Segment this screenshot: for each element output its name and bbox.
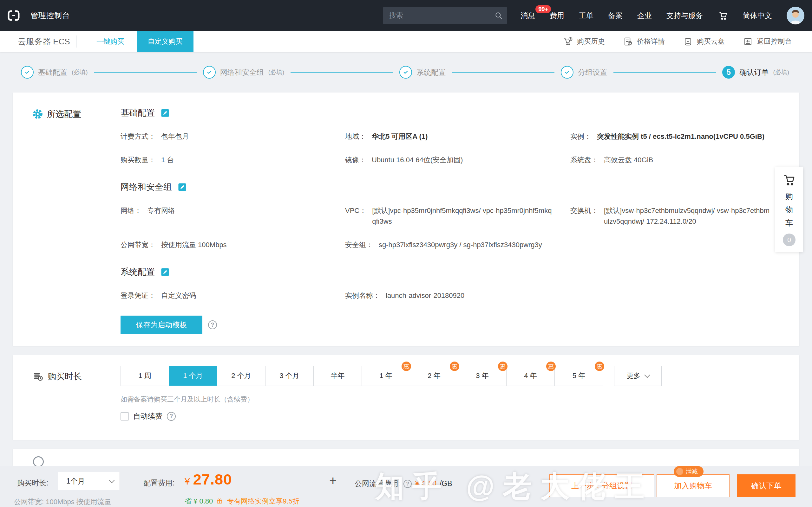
nav-icp-filing[interactable]: 备案	[608, 11, 623, 20]
field-system-disk: 系统盘：高效云盘 40GiB	[570, 155, 785, 165]
nav-support[interactable]: 支持与服务	[666, 11, 703, 20]
step-label: 基础配置	[38, 67, 67, 77]
step-connector	[613, 72, 716, 72]
duration-1-week[interactable]: 1 周	[121, 366, 169, 386]
cart-icon[interactable]	[717, 10, 728, 20]
nav-messages[interactable]: 消息 99+	[520, 11, 535, 20]
traffic-fee-amount: 0.80	[422, 480, 437, 488]
purchase-history-button[interactable]: 购买历史	[554, 35, 614, 49]
purchase-history-icon	[563, 37, 573, 46]
field-value: 华北5 可用区A (1)	[372, 131, 427, 142]
buy-disk-button[interactable]: 购买云盘	[674, 35, 734, 49]
field-label: 交换机：	[570, 205, 598, 216]
step-grouping[interactable]: 分组设置	[561, 66, 607, 78]
field-value: 专有网络	[147, 205, 175, 216]
field-security-group: 安全组：sg-hp37lxfisz3430pwrg3y / sg-hp37lxf…	[345, 239, 570, 250]
step-label: 分组设置	[578, 67, 607, 77]
purchase-history-label: 购买历史	[577, 37, 605, 46]
duration-options: 1 周 1 个月 2 个月 3 个月 半年 1 年惠 2 年惠 3 年惠 4 年…	[120, 366, 603, 386]
field-region: 地域：华北5 可用区A (1)	[345, 131, 570, 142]
save-launch-template-button[interactable]: 保存为启动模板	[120, 316, 202, 334]
step-check-icon	[21, 66, 34, 78]
chevron-down-icon	[109, 477, 114, 483]
duration-2-months[interactable]: 2 个月	[217, 366, 265, 386]
edit-basic-config-icon[interactable]	[160, 108, 170, 118]
duration-note: 如需备案请购买三个月及以上时长（含续费）	[120, 395, 785, 404]
back-to-console-icon	[743, 37, 753, 46]
footer-duration-select[interactable]: 1个月	[58, 472, 120, 490]
duration-3-months[interactable]: 3 个月	[265, 366, 314, 386]
step-confirm-order[interactable]: 5 确认订单 (必填)	[722, 66, 789, 78]
search-divider	[490, 11, 490, 20]
step-label: 系统配置	[416, 67, 446, 77]
field-vpc: VPC：[默认]vpc-hp35mr0jnhf5mkqqfi3ws/ vpc-h…	[345, 205, 570, 227]
back-to-console-button[interactable]: 返回控制台	[734, 35, 801, 49]
duration-1-month[interactable]: 1 个月	[169, 366, 217, 386]
step-basic-config[interactable]: 基础配置 (必填)	[21, 66, 88, 78]
step-connector	[94, 72, 197, 72]
console-title[interactable]: 管理控制台	[31, 10, 70, 20]
search-icon[interactable]	[495, 11, 503, 20]
field-label: 购买数量：	[120, 155, 155, 165]
price-details-label: 价格详情	[637, 37, 665, 46]
add-to-cart-button[interactable]: 加入购物车	[657, 474, 729, 497]
cart-count-badge: 0	[783, 233, 796, 246]
step-system-config[interactable]: 系统配置	[399, 66, 446, 78]
shopping-cart-panel[interactable]: 购物车 0	[775, 167, 803, 252]
step-check-icon	[399, 66, 412, 78]
footer-duration-value: 1个月	[66, 476, 85, 486]
auto-renew-checkbox[interactable]	[120, 412, 129, 420]
previous-step-button[interactable]: 上一步：分组设置	[549, 474, 654, 497]
shopping-cart-icon	[782, 173, 797, 187]
selected-config-header: 所选配置	[32, 108, 81, 120]
search-input[interactable]	[389, 11, 487, 20]
selected-config-card: 所选配置 基础配置 计费方式：包年包月 地域：华北5 可用区A (1) 实例：突…	[13, 93, 799, 346]
field-value: launch-advisor-20180920	[386, 290, 464, 301]
nav-billing[interactable]: 费用	[550, 11, 564, 20]
duration-header: 购买时长	[32, 371, 82, 382]
duration-1-year[interactable]: 1 年惠	[362, 366, 410, 386]
field-value: 突发性能实例 t5 / ecs.t5-lc2m1.nano(1vCPU 0.5G…	[597, 131, 764, 142]
subbar: 云服务器 ECS 一键购买 自定义购买 购买历史 价格详情	[0, 31, 812, 52]
step-suffix: (必填)	[268, 68, 285, 76]
discount-badge: 惠	[595, 361, 604, 371]
confirm-order-button[interactable]: 确认下单	[737, 474, 796, 497]
system-config-title: 系统配置	[120, 266, 155, 278]
config-main: 基础配置 计费方式：包年包月 地域：华北5 可用区A (1) 实例：突发性能实例…	[120, 93, 785, 334]
duration-5-years[interactable]: 5 年惠	[555, 366, 603, 386]
discount-badge: 惠	[402, 361, 411, 371]
step-connector	[452, 72, 554, 72]
edit-system-config-icon[interactable]	[160, 268, 170, 277]
field-quantity: 购买数量：1 台	[120, 155, 345, 165]
edit-network-config-icon[interactable]	[177, 182, 187, 192]
step-network[interactable]: 网络和安全组 (必填)	[203, 66, 285, 78]
tab-custom-buy[interactable]: 自定义购买	[137, 31, 194, 52]
duration-more-dropdown[interactable]: 更多	[614, 366, 662, 386]
field-label: 安全组：	[345, 239, 373, 250]
language-switcher[interactable]: 简体中文	[743, 11, 772, 20]
nav-enterprise[interactable]: 企业	[637, 11, 652, 20]
nav-tickets[interactable]: 工单	[579, 11, 594, 20]
shopping-cart-label: 购物车	[785, 190, 793, 230]
traffic-fee-help-icon[interactable]: ?	[403, 480, 412, 488]
currency-symbol: ¥	[185, 476, 190, 487]
help-icon[interactable]: ?	[208, 320, 217, 329]
chevron-down-icon	[644, 372, 650, 378]
tab-quick-buy[interactable]: 一键购买	[84, 31, 137, 52]
nav-messages-label: 消息	[520, 11, 535, 20]
field-label: VPC：	[345, 205, 366, 216]
footer-bandwidth-note: 公网带宽: 100Mbps 按使用流量	[14, 497, 111, 507]
duration-2-years[interactable]: 2 年惠	[410, 366, 458, 386]
price-details-button[interactable]: 价格详情	[614, 35, 674, 49]
selected-config-label: 所选配置	[47, 108, 81, 120]
footer-duration-label: 购买时长:	[17, 478, 48, 488]
auto-renew-help-icon[interactable]: ?	[167, 412, 176, 421]
gift-icon	[216, 498, 223, 505]
duration-3-years[interactable]: 3 年惠	[458, 366, 507, 386]
duration-half-year[interactable]: 半年	[314, 366, 362, 386]
alibaba-cloud-logo-icon[interactable]	[8, 10, 20, 21]
back-to-console-label: 返回控制台	[757, 37, 792, 46]
avatar[interactable]	[786, 7, 804, 24]
field-value: 高效云盘 40GiB	[604, 155, 653, 165]
duration-4-years[interactable]: 4 年惠	[507, 366, 555, 386]
